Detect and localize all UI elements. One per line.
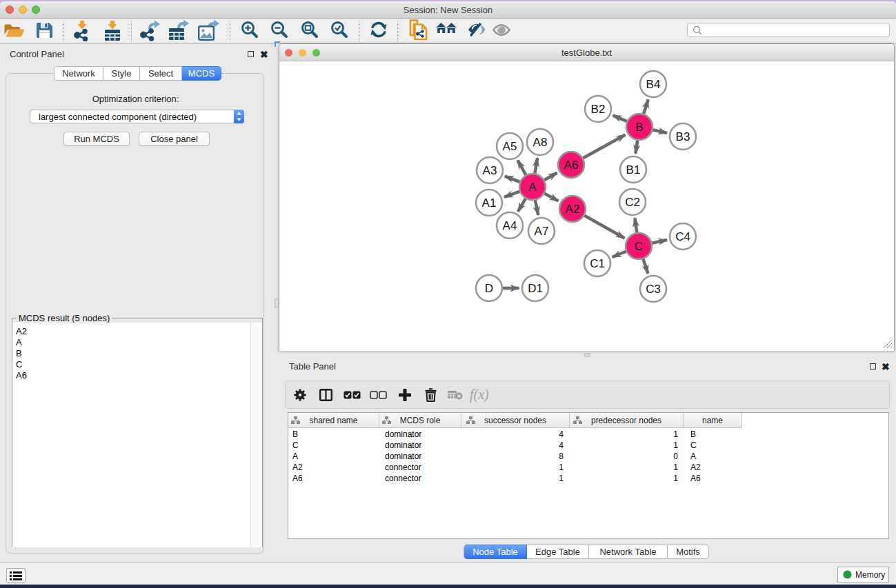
svg-text:C2: C2: [625, 196, 640, 209]
svg-text:B2: B2: [591, 103, 606, 116]
svg-text:A8: A8: [533, 136, 548, 149]
svg-text:B1: B1: [626, 163, 641, 176]
svg-text:C1: C1: [590, 257, 605, 270]
svg-text:B: B: [635, 121, 643, 134]
svg-text:D: D: [485, 282, 493, 295]
svg-text:B3: B3: [676, 130, 690, 143]
svg-text:A5: A5: [503, 140, 517, 153]
svg-text:A: A: [528, 181, 537, 194]
svg-text:C: C: [635, 240, 643, 253]
svg-text:A1: A1: [482, 196, 497, 210]
svg-text:D1: D1: [528, 282, 543, 295]
svg-text:C4: C4: [675, 230, 690, 243]
svg-text:A2: A2: [566, 203, 580, 216]
svg-text:C3: C3: [646, 283, 661, 296]
svg-text:A7: A7: [535, 225, 549, 238]
svg-text:B4: B4: [646, 78, 661, 91]
svg-text:A6: A6: [564, 159, 579, 172]
svg-text:A3: A3: [483, 164, 497, 177]
svg-text:A4: A4: [503, 219, 517, 232]
